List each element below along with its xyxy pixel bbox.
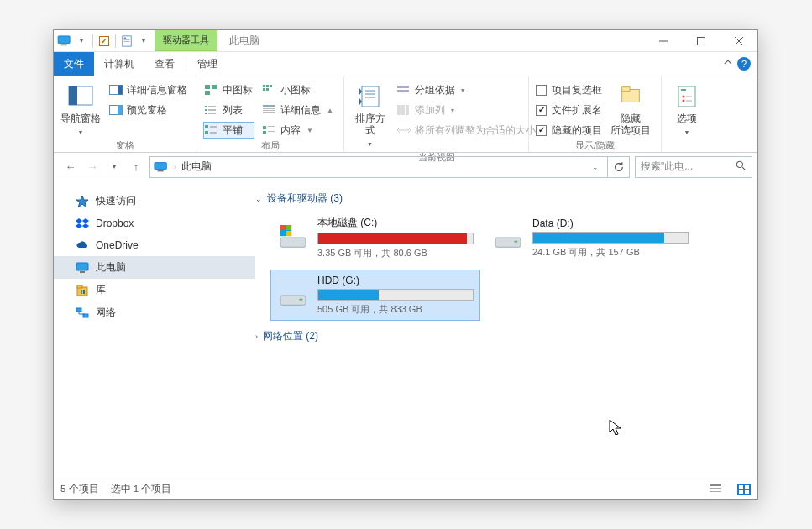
content-area: 快速访问DropboxOneDrive此电脑库网络 ⌄ 设备和驱动器 (3) 本… [54,181,757,479]
view-details-icon[interactable] [709,484,722,495]
svg-rect-51 [397,105,401,115]
size-columns-button[interactable]: 将所有列调整为合适的大小 [396,122,521,139]
contextual-tab[interactable]: 驱动器工具 [155,30,217,51]
sidebar-item-onedrive[interactable]: OneDrive [54,234,255,256]
layout-medium-icons[interactable]: 中图标 [203,81,254,98]
tab-view[interactable]: 查看 [144,52,185,76]
help-icon[interactable]: ? [737,57,751,71]
svg-rect-36 [263,110,275,111]
section-drives[interactable]: ⌄ 设备和驱动器 (3) [255,190,747,211]
ribbon-group-pane-label: 窗格 [60,139,189,152]
section-network[interactable]: › 网络位置 (2) [255,327,747,348]
chk-item-checkboxes[interactable]: 项目复选框 [536,81,602,98]
chevron-down-icon[interactable]: ▾ [74,34,89,49]
drive-icon [277,283,309,308]
properties-icon[interactable] [119,34,134,49]
chk-hidden-items[interactable]: 隐藏的项目 [536,122,602,139]
options-button[interactable]: 选项 ▼ [668,80,705,139]
hide-selected-button[interactable]: 隐藏 所选项目 [609,80,652,136]
layout-tiles[interactable]: 平铺 [203,122,254,139]
address-bar-row: ← → ▾ ↑ › 此电脑 ⌄ 搜索"此电... [54,153,757,181]
svg-rect-90 [300,298,303,300]
sort-button[interactable]: 排序方式 ▼ [351,80,389,150]
tab-computer[interactable]: 计算机 [94,52,144,76]
ribbon-group-showhide-label: 显示/隐藏 [536,139,654,152]
sidebar-item-libraries[interactable]: 库 [54,279,255,301]
svg-rect-86 [286,231,291,236]
svg-rect-84 [286,225,291,230]
svg-rect-40 [268,128,272,128]
sidebar-item-label: Dropbox [96,217,134,229]
svg-rect-39 [268,126,275,127]
svg-rect-35 [263,108,275,109]
search-input[interactable]: 搜索"此电... [635,156,752,178]
checkbox-icon[interactable]: ✔ [97,34,112,49]
svg-rect-41 [263,131,266,134]
nav-pane-button[interactable]: 导航窗格 ▼ [60,80,101,139]
explorer-window: ▾ ✔ ▾ 驱动器工具 此电脑 文件 计算机 查看 管理 [53,29,758,500]
drive-subtext: 3.35 GB 可用，共 80.6 GB [317,247,474,259]
group-by-button[interactable]: 分组依据▾ [396,81,521,98]
drive-tile[interactable]: 本地磁盘 (C:)3.35 GB 可用，共 80.6 GB [270,211,480,264]
add-columns-button[interactable]: 添加列▾ [396,102,521,118]
svg-rect-50 [397,90,409,92]
sidebar-item-network[interactable]: 网络 [54,301,255,324]
maximize-button[interactable] [682,30,720,52]
preview-pane-button[interactable]: 预览窗格 [107,102,189,118]
main-view: ⌄ 设备和驱动器 (3) 本地磁盘 (C:)3.35 GB 可用，共 80.6 … [255,181,757,479]
tab-manage[interactable]: 管理 [187,52,228,76]
sidebar-item-thispc[interactable]: 此电脑 [54,256,255,279]
details-pane-button[interactable]: 详细信息窗格 [107,81,189,98]
svg-rect-29 [263,85,265,87]
svg-rect-80 [83,314,88,317]
qa-dropdown-icon[interactable]: ▾ [136,34,151,49]
layout-content[interactable]: 内容▼ [261,122,335,139]
status-bar: 5 个项目 选中 1 个项目 [54,479,757,499]
status-count: 5 个项目 [60,483,99,495]
drive-tile[interactable]: HDD (G:)505 GB 可用，共 833 GB [270,270,480,321]
svg-marker-68 [76,196,88,207]
layout-list[interactable]: 列表 [203,102,254,118]
dropbox-icon [76,217,89,230]
collapse-ribbon-icon[interactable] [719,53,737,75]
svg-rect-74 [80,271,85,273]
nav-pane-label: 导航窗格 [60,113,101,124]
ribbon-group-layout-label: 布局 [203,139,337,152]
svg-rect-98 [745,490,749,494]
title-bar: ▾ ✔ ▾ 驱动器工具 此电脑 [54,30,757,52]
svg-rect-53 [406,105,409,115]
svg-rect-49 [397,86,409,88]
sidebar-item-dropbox[interactable]: Dropbox [54,212,255,234]
view-tiles-icon[interactable] [737,484,751,495]
recent-dropdown-icon[interactable]: ▾ [106,159,123,175]
back-button[interactable]: ← [62,159,79,175]
tab-file[interactable]: 文件 [54,52,94,76]
svg-rect-32 [263,88,265,91]
preview-pane-label: 预览窗格 [127,104,167,117]
svg-rect-95 [739,485,743,489]
search-placeholder: 搜索"此电... [641,160,693,174]
svg-rect-73 [76,263,88,270]
forward-button[interactable]: → [84,159,101,175]
minimize-button[interactable] [644,30,682,52]
drive-title: Data (D:) [532,217,689,229]
svg-rect-92 [710,488,721,489]
address-dropdown-icon[interactable]: ⌄ [587,163,604,171]
svg-rect-16 [205,85,210,89]
sidebar-item-quick[interactable]: 快速访问 [54,190,255,212]
breadcrumb[interactable]: 此电脑 [181,160,212,174]
svg-rect-4 [124,39,130,40]
layout-small-icons[interactable]: 小图标 [261,81,335,98]
svg-rect-85 [280,231,286,236]
refresh-button[interactable] [608,156,630,178]
svg-rect-28 [210,132,217,134]
svg-rect-38 [263,126,266,129]
drive-tile[interactable]: Data (D:)24.1 GB 可用，共 157 GB [485,211,695,264]
layout-details[interactable]: 详细信息▲ [261,102,335,118]
address-bar[interactable]: › 此电脑 ⌄ [149,156,608,178]
chk-file-ext[interactable]: 文件扩展名 [536,102,602,118]
sidebar-item-label: OneDrive [96,239,139,251]
up-button[interactable]: ↑ [128,159,144,175]
close-button[interactable] [720,30,757,52]
svg-rect-31 [270,85,272,87]
